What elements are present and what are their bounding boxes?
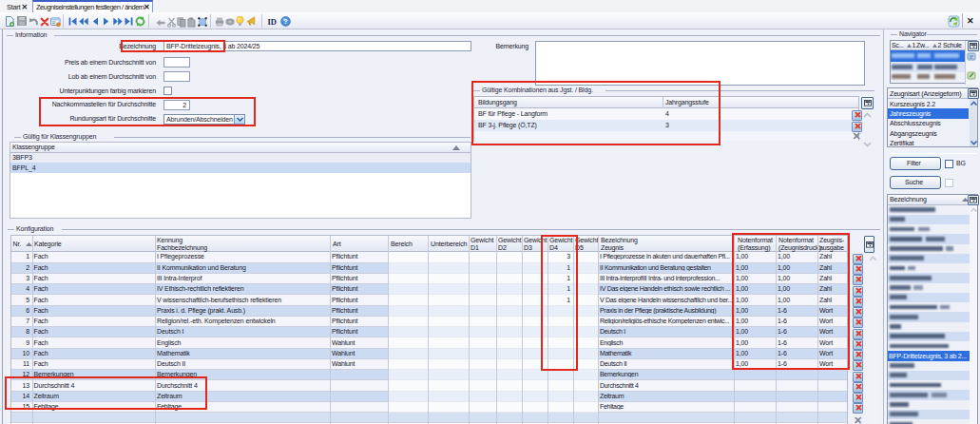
svg-text:?: ? — [283, 17, 288, 26]
